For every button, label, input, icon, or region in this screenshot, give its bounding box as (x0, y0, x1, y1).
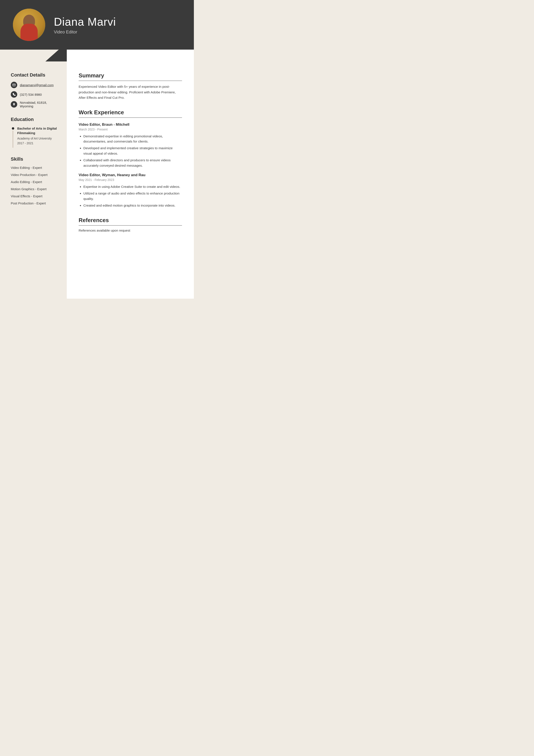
svg-point-1 (14, 104, 14, 104)
avatar (13, 9, 45, 41)
skill-item-6: Post Production - Expert (11, 202, 59, 205)
job-1-date: March 2023 - Present (79, 128, 182, 131)
edu-text: Bachelor of Arts in Digital Filmmaking A… (15, 126, 59, 148)
sidebar: Contact Details dianamarvi@gmail.com (32… (0, 62, 67, 299)
education-title: Education (11, 117, 59, 122)
main-layout: Contact Details dianamarvi@gmail.com (32… (0, 62, 194, 299)
references-text: References available upon request (79, 229, 182, 232)
job-2-bullet-1: Expertise in using Adobe Creative Suite … (83, 184, 182, 190)
skills-section: Skills Video Editing - Expert Video Prod… (11, 156, 59, 205)
svg-rect-0 (13, 84, 15, 86)
job-2: Video Editor, Wyman, Heaney and Rau May … (79, 173, 182, 208)
job-1-bullet-1: Demonstrated expertise in editing promot… (83, 134, 182, 145)
summary-heading: Summary (79, 72, 182, 81)
work-experience-heading: Work Experience (79, 109, 182, 118)
summary-text: Experienced Video Editor with 5+ years o… (79, 84, 182, 100)
summary-section: Summary Experienced Video Editor with 5+… (79, 72, 182, 100)
candidate-title: Video Editor (54, 30, 116, 35)
skill-item-5: Visual Effects - Expert (11, 194, 59, 198)
references-heading: References (79, 217, 182, 226)
work-experience-section: Work Experience Video Editor, Braun - Mi… (79, 109, 182, 208)
references-section: References References available upon req… (79, 217, 182, 232)
skill-item-4: Motion Graphics - Expert (11, 187, 59, 191)
skill-item-1: Video Editing - Expert (11, 166, 59, 170)
address-value: Norvalstad, 61818, Wyoming (20, 101, 59, 108)
address-item: Norvalstad, 61818, Wyoming (11, 101, 59, 108)
candidate-name: Diana Marvi (54, 15, 116, 28)
job-2-bullet-2: Utilized a range of audio and video effe… (83, 191, 182, 202)
job-2-title: Video Editor, Wyman, Heaney and Rau (79, 173, 182, 177)
job-1-bullet-2: Developed and implemented creative strat… (83, 146, 182, 156)
skill-item-2: Video Production - Expert (11, 173, 59, 176)
right-content: Summary Experienced Video Editor with 5+… (67, 62, 194, 299)
phone-icon (11, 91, 17, 98)
email-icon (11, 82, 17, 88)
skills-title: Skills (11, 156, 59, 162)
edu-line (13, 130, 13, 148)
skill-item-3: Audio Editing - Expert (11, 180, 59, 184)
contact-section: Contact Details dianamarvi@gmail.com (32… (11, 72, 59, 108)
job-2-bullet-3: Created and edited motion graphics to in… (83, 203, 182, 208)
education-item: Bachelor of Arts in Digital Filmmaking A… (11, 126, 59, 148)
edu-school: Academy of Art University 2017 - 2021 (17, 136, 59, 146)
email-item: dianamarvi@gmail.com (11, 82, 59, 88)
job-1: Video Editor, Braun - Mitchell March 202… (79, 122, 182, 168)
contact-title: Contact Details (11, 72, 59, 78)
edu-bullet (12, 127, 14, 130)
job-2-bullets: Expertise in using Adobe Creative Suite … (79, 184, 182, 208)
email-value: dianamarvi@gmail.com (20, 83, 54, 87)
job-1-title: Video Editor, Braun - Mitchell (79, 122, 182, 127)
header-info: Diana Marvi Video Editor (54, 15, 116, 35)
job-2-date: May 2021 - February 2023 (79, 178, 182, 181)
education-section: Education Bachelor of Arts in Digital Fi… (11, 117, 59, 148)
phone-item: (327) 534 8980 (11, 91, 59, 98)
location-icon (11, 101, 17, 108)
header: Diana Marvi Video Editor (0, 0, 194, 50)
job-1-bullet-3: Collaborated with directors and producer… (83, 158, 182, 168)
job-1-bullets: Demonstrated expertise in editing promot… (79, 134, 182, 168)
phone-value: (327) 534 8980 (20, 93, 42, 96)
edu-degree: Bachelor of Arts in Digital Filmmaking (17, 126, 59, 135)
